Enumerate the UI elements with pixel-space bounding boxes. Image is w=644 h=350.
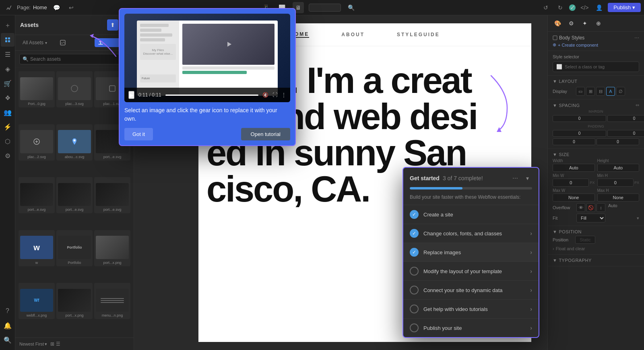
- rp-settings-icon[interactable]: ⚙: [566, 18, 577, 29]
- code-icon[interactable]: </>: [579, 2, 590, 13]
- undo-history-icon[interactable]: ↺: [540, 2, 551, 13]
- list-item[interactable]: ✓ Change colors, fonts, and classes ›: [403, 224, 539, 243]
- float-clear-button[interactable]: › Float and clear: [553, 246, 639, 251]
- sidebar-add-icon[interactable]: ＋: [1, 19, 14, 32]
- sidebar-apps-icon[interactable]: ⬡: [1, 134, 14, 148]
- redo-icon[interactable]: ↻: [555, 2, 566, 13]
- spacing-input[interactable]: [553, 130, 606, 137]
- sidebar-logic-icon[interactable]: ⚡: [1, 120, 14, 134]
- list-item[interactable]: abou...c.svg: [56, 124, 93, 161]
- spacing-input[interactable]: [553, 115, 606, 122]
- sidebar-help-icon[interactable]: ?: [1, 304, 14, 318]
- list-item[interactable]: port...e.svg: [94, 177, 130, 213]
- spacing-expand-icon[interactable]: ⇔: [636, 103, 640, 108]
- list-item[interactable]: Port...0.jpg: [19, 71, 55, 107]
- list-item[interactable]: port...e.svg: [19, 177, 55, 213]
- sidebar-settings-icon[interactable]: ⚙: [1, 149, 14, 163]
- height-input[interactable]: [597, 164, 640, 172]
- sidebar-pages-icon[interactable]: ☰: [1, 47, 14, 61]
- sidebar-notifications-icon[interactable]: 🔔: [1, 319, 14, 332]
- video-more-icon[interactable]: ⋮: [281, 92, 286, 98]
- style-selector-input[interactable]: ⬜ Select a class or tag: [553, 62, 639, 72]
- list-item[interactable]: menu...n.png: [94, 283, 130, 319]
- rp-custom-icon[interactable]: ⊕: [593, 18, 604, 29]
- display-grid-btn[interactable]: ⊟: [596, 87, 605, 96]
- rp-paint-icon[interactable]: 🎨: [552, 18, 563, 29]
- style-selector-icon: ⬜: [556, 64, 562, 70]
- grid-view-btn[interactable]: ⊞: [50, 341, 54, 347]
- list-item[interactable]: Connect your site to dynamic data ›: [403, 280, 539, 299]
- spacing-input[interactable]: [607, 115, 644, 122]
- position-section-title[interactable]: ▼ Position: [553, 229, 639, 234]
- sidebar-users-icon[interactable]: 👥: [1, 105, 14, 119]
- sidebar-ecomm-icon[interactable]: 🛒: [1, 76, 14, 90]
- typography-section-title[interactable]: ▼ Typography: [553, 258, 639, 263]
- search-assets-input[interactable]: [19, 54, 130, 64]
- body-styles-section: Body Styles ⋯ ⊕ + Create component: [548, 32, 644, 51]
- list-item[interactable]: Modify the layout of your template ›: [403, 261, 539, 280]
- width-input[interactable]: [553, 164, 595, 172]
- list-item[interactable]: Get help with video tutorials ›: [403, 299, 539, 318]
- display-none-btn[interactable]: ∅: [616, 87, 625, 96]
- overflow-hidden-icon[interactable]: 🚫: [586, 203, 595, 212]
- comment-icon[interactable]: 💬: [51, 2, 62, 13]
- list-item[interactable]: w w: [19, 230, 55, 266]
- max-h-input[interactable]: [597, 194, 640, 202]
- video-fullscreen-icon[interactable]: ⛶: [272, 92, 277, 98]
- tab-my-images[interactable]: [57, 38, 92, 47]
- list-view-btn[interactable]: ☰: [56, 341, 60, 347]
- rp-interactions-icon[interactable]: ✦: [579, 18, 590, 29]
- list-item[interactable]: ✓ Create a site: [403, 205, 539, 224]
- list-item[interactable]: Portfolio Portfolio: [56, 230, 93, 266]
- overflow-scroll-icon[interactable]: ↕: [597, 203, 605, 212]
- fit-select[interactable]: Fill Contain Cover: [576, 214, 605, 222]
- video-play-button[interactable]: ▶: [128, 91, 134, 99]
- overflow-visible-icon[interactable]: 👁: [576, 203, 585, 212]
- got-it-button[interactable]: Got it: [124, 128, 153, 140]
- layout-section-title[interactable]: ▼ Layout: [553, 79, 639, 84]
- open-tutorial-button[interactable]: Open tutorial: [241, 128, 290, 140]
- display-flex-btn[interactable]: ⊞: [586, 87, 595, 96]
- body-styles-more-icon[interactable]: ⋯: [634, 35, 639, 41]
- display-auto-btn[interactable]: A: [606, 87, 615, 96]
- tab-all-assets[interactable]: All Assets ▾: [19, 38, 54, 47]
- list-item[interactable]: ✓ Replace images ›: [403, 243, 539, 261]
- spacing-input[interactable]: [597, 138, 639, 145]
- list-item[interactable]: port...x.png: [94, 230, 130, 266]
- undo-icon[interactable]: ↩: [66, 2, 77, 13]
- list-item[interactable]: Wf webfl...x.png: [19, 283, 55, 319]
- min-w-input[interactable]: [553, 179, 589, 187]
- display-block-btn[interactable]: ▭: [576, 87, 585, 96]
- sidebar-search-icon[interactable]: 🔍: [1, 333, 14, 347]
- list-item[interactable]: plac...2.svg: [19, 124, 55, 161]
- sidebar-assets-icon[interactable]: [1, 33, 14, 47]
- spacing-section-title[interactable]: ▼ Spacing ⇔: [553, 103, 639, 108]
- share-icon[interactable]: 👤: [593, 2, 605, 13]
- section-arrow-icon: ▼: [553, 79, 557, 84]
- canvas-width-input[interactable]: 992 PX: [309, 4, 341, 12]
- max-w-input[interactable]: [553, 194, 595, 202]
- spacing-input[interactable]: [607, 130, 644, 137]
- gs-check-pending: [410, 286, 419, 294]
- publish-button[interactable]: Publish ▾: [608, 3, 641, 12]
- spacing-input[interactable]: [553, 138, 595, 145]
- video-volume-icon[interactable]: 🔇: [262, 92, 268, 98]
- gs-more-button[interactable]: ⋯: [510, 173, 520, 183]
- list-item[interactable]: plac...3.svg: [56, 71, 93, 107]
- size-section-title[interactable]: ▼ Size: [553, 152, 639, 157]
- panel-header: Assets ⬆ ✕: [15, 15, 134, 35]
- list-item[interactable]: Publish your site ›: [403, 318, 539, 337]
- list-item[interactable]: port...e.svg: [56, 177, 93, 213]
- list-item[interactable]: port...x.png: [56, 283, 93, 319]
- video-progress-bar[interactable]: [165, 95, 258, 96]
- min-h-input[interactable]: [597, 179, 634, 187]
- fit-more-icon[interactable]: ▾: [637, 216, 639, 221]
- zoom-icon[interactable]: 🔍: [346, 2, 357, 13]
- gs-collapse-button[interactable]: ▾: [522, 173, 532, 183]
- panel-upload-icon[interactable]: ⬆: [107, 19, 118, 31]
- sidebar-cms-icon[interactable]: ◈: [1, 62, 14, 76]
- sidebar-components-icon[interactable]: ❖: [1, 91, 14, 105]
- position-type-input[interactable]: [575, 236, 595, 244]
- create-component-button[interactable]: ⊕ + Create component: [553, 42, 639, 47]
- sort-dropdown[interactable]: Newest First ▾: [19, 342, 47, 347]
